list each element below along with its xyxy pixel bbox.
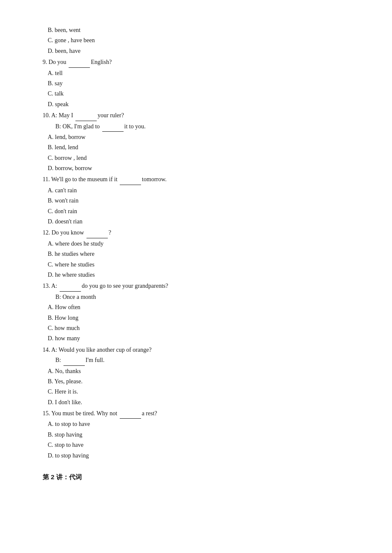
q10-option-a: A. lend, borrow [48, 133, 358, 142]
q14-question: 14. A: Would you like another cup of ora… [43, 345, 358, 355]
q9-question: 9. Do you English? [43, 58, 358, 67]
q8-option-d: D. been, have [48, 46, 358, 56]
q12-option-b: B. he studies where [48, 249, 358, 259]
q10-block: 10. A: May I your ruler? B: OK, I'm glad… [43, 111, 358, 173]
q13-subline: B: Once a month [55, 292, 358, 302]
q11-option-a: A. can't rain [48, 186, 358, 195]
q10-option-b: B. lend, lend [48, 143, 358, 152]
q15-block: 15. You must be tired. Why not a rest? A… [43, 409, 358, 460]
q9-option-b: B. say [48, 79, 358, 88]
q13-block: 13. A: do you go to see your grandparent… [43, 281, 358, 343]
q9-blank [69, 58, 90, 67]
q13-blank [60, 281, 81, 291]
q14-subline: B: I'm full. [55, 356, 358, 365]
q8-option-c: C. gone , have been [48, 36, 358, 45]
q12-option-c: C. where he studies [48, 260, 358, 269]
q8-option-b: B. been, went [48, 26, 358, 35]
q10-question: 10. A: May I your ruler? [43, 111, 358, 121]
q11-question: 11. We'll go to the museum if it tomorro… [43, 175, 358, 185]
section-title: 第 2 讲：代词 [43, 473, 358, 481]
q13-option-a: A. How often [48, 303, 358, 312]
q12-question: 12. Do you know ? [43, 228, 358, 238]
q14-block: 14. A: Would you like another cup of ora… [43, 345, 358, 407]
q14-option-c: C. Here it is. [48, 387, 358, 397]
q14-blank [63, 356, 85, 365]
q12-block: 12. Do you know ? A. where does he study… [43, 228, 358, 280]
q15-option-b: B. stop having [48, 430, 358, 440]
q15-option-c: C. stop to have [48, 440, 358, 450]
q10-subline: B: OK, I'm glad to it to you. [55, 122, 358, 132]
q12-option-a: A. where does he study [48, 239, 358, 249]
q13-option-d: D. how many [48, 334, 358, 343]
q11-block: 11. We'll go to the museum if it tomorro… [43, 175, 358, 226]
q12-option-d: D. he where studies [48, 270, 358, 280]
q11-option-d: D. doesn't rian [48, 217, 358, 226]
q14-option-d: D. I don't like. [48, 398, 358, 407]
q14-option-b: B. Yes, please. [48, 377, 358, 386]
q13-option-c: C. how much [48, 324, 358, 333]
q9-option-c: C. talk [48, 89, 358, 98]
q15-question: 15. You must be tired. Why not a rest? [43, 409, 358, 419]
q11-blank [120, 175, 141, 185]
q8-options-block: B. been, went C. gone , have been D. bee… [43, 26, 358, 56]
q11-option-b: B. won't rain [48, 196, 358, 206]
q12-blank [86, 228, 108, 238]
q13-question: 13. A: do you go to see your grandparent… [43, 281, 358, 291]
q9-block: 9. Do you English? A. tell B. say C. tal… [43, 58, 358, 109]
q9-option-a: A. tell [48, 69, 358, 78]
q15-option-a: A. to stop to have [48, 420, 358, 429]
q10-option-d: D. borrow, borrow [48, 164, 358, 173]
q15-option-d: D. to stop having [48, 451, 358, 460]
q10-option-c: C. borrow , lend [48, 153, 358, 163]
q15-blank [120, 409, 141, 419]
q10-blank2 [102, 122, 124, 132]
main-content: B. been, went C. gone , have been D. bee… [43, 26, 358, 481]
q9-option-d: D. speak [48, 100, 358, 109]
q14-option-a: A. No, thanks [48, 367, 358, 376]
q11-option-c: C. don't rain [48, 207, 358, 216]
q10-blank1 [75, 111, 97, 121]
q13-option-b: B. How long [48, 313, 358, 323]
